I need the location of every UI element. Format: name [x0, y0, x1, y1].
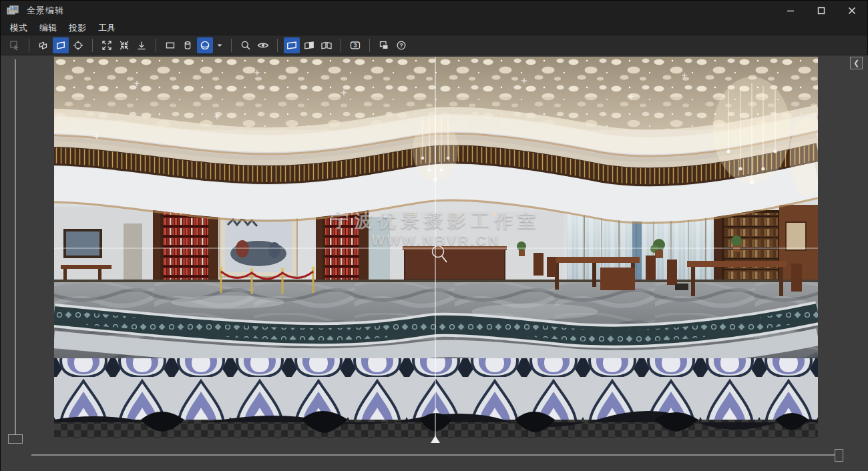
- toolbar-separator: [156, 39, 156, 52]
- view-split-button[interactable]: [301, 37, 317, 53]
- maximize-button[interactable]: [806, 1, 837, 21]
- window-controls: [775, 1, 867, 21]
- magnifier-icon: [240, 40, 251, 51]
- horizontal-slider-handle[interactable]: [835, 449, 843, 462]
- view-dual-button[interactable]: [318, 37, 335, 53]
- app-icon: [7, 5, 20, 17]
- help-icon: ?: [396, 40, 407, 51]
- zoom-tool-button[interactable]: [238, 37, 254, 53]
- yaw-triangle-marker[interactable]: [431, 436, 440, 443]
- panorama-image: [54, 57, 818, 438]
- pano-quad-button[interactable]: [53, 37, 69, 53]
- chevron-down-icon: [216, 40, 223, 51]
- minimize-icon: [785, 5, 796, 16]
- cascade-windows-icon: [379, 40, 389, 51]
- menu-tools[interactable]: 工具: [92, 21, 122, 35]
- expand-icon: [101, 40, 112, 51]
- vertical-slider-track[interactable]: [15, 59, 16, 435]
- svg-text:?: ?: [399, 42, 403, 49]
- sphere-projection-icon: [200, 40, 210, 51]
- select-cursor-icon: [9, 40, 20, 51]
- single-view-icon: [286, 40, 298, 51]
- app-window: 全景编辑 模式 编辑 投影 工具: [0, 0, 868, 471]
- toolbar-separator: [231, 39, 232, 52]
- menu-mode[interactable]: 模式: [4, 21, 33, 35]
- projection-cylinder-button[interactable]: [180, 37, 196, 53]
- shrink-view-button[interactable]: [116, 37, 132, 53]
- toolbar-separator: [369, 39, 370, 52]
- toolbar: 3 ?: [1, 35, 867, 55]
- toolbar-separator: [341, 39, 341, 52]
- fit-height-button[interactable]: [134, 37, 150, 53]
- preview-eye-button[interactable]: [255, 37, 271, 53]
- fit-height-icon: [136, 40, 147, 51]
- close-button[interactable]: [837, 1, 867, 21]
- pano-stack-icon: [38, 40, 49, 51]
- cylinder-projection-icon: [182, 40, 193, 51]
- panorama-canvas[interactable]: 宁波优景摄影工作室 WWW.NBVR.CN: [54, 57, 818, 438]
- shrink-icon: [119, 40, 130, 51]
- projection-flat-button[interactable]: [162, 37, 178, 53]
- close-icon: [847, 5, 857, 16]
- cascade-windows-button[interactable]: [376, 37, 392, 53]
- horizontal-slider-track[interactable]: [31, 454, 841, 456]
- dual-page-icon: [320, 40, 333, 51]
- svg-text:3: 3: [353, 42, 357, 49]
- pano-quad-icon: [55, 40, 66, 51]
- crosshair-target-icon: [73, 40, 83, 51]
- title-bar: 全景编辑: [1, 1, 867, 21]
- toolbar-separator: [92, 39, 93, 52]
- help-button[interactable]: ?: [393, 37, 409, 53]
- view-grid3-button[interactable]: 3: [347, 37, 363, 53]
- chevron-left-icon: ❮: [853, 59, 859, 67]
- menu-projection[interactable]: 投影: [63, 21, 92, 35]
- workspace: 宁波优景摄影工作室 WWW.NBVR.CN ❮: [1, 55, 868, 471]
- expand-view-button[interactable]: [99, 37, 115, 53]
- menu-edit[interactable]: 编辑: [33, 21, 63, 35]
- menu-bar: 模式 编辑 投影 工具: [1, 21, 867, 35]
- maximize-icon: [816, 5, 827, 16]
- projection-dropdown-button[interactable]: [214, 37, 225, 53]
- toolbar-separator: [277, 39, 278, 52]
- rect-projection-icon: [165, 40, 176, 51]
- window-title: 全景编辑: [27, 5, 64, 17]
- select-cursor-button[interactable]: [7, 37, 23, 53]
- pano-stack-button[interactable]: [35, 37, 51, 53]
- view-single-button[interactable]: [284, 37, 300, 53]
- crosshair-target-button[interactable]: [70, 37, 86, 53]
- badge-3-icon: 3: [349, 40, 361, 51]
- eye-icon: [257, 40, 269, 51]
- minimize-button[interactable]: [775, 1, 806, 21]
- vertical-slider-handle[interactable]: [8, 434, 23, 444]
- panel-collapse-button[interactable]: ❮: [850, 57, 863, 69]
- toolbar-separator: [29, 39, 29, 52]
- split-view-icon: [303, 40, 315, 51]
- projection-sphere-button[interactable]: [197, 37, 213, 53]
